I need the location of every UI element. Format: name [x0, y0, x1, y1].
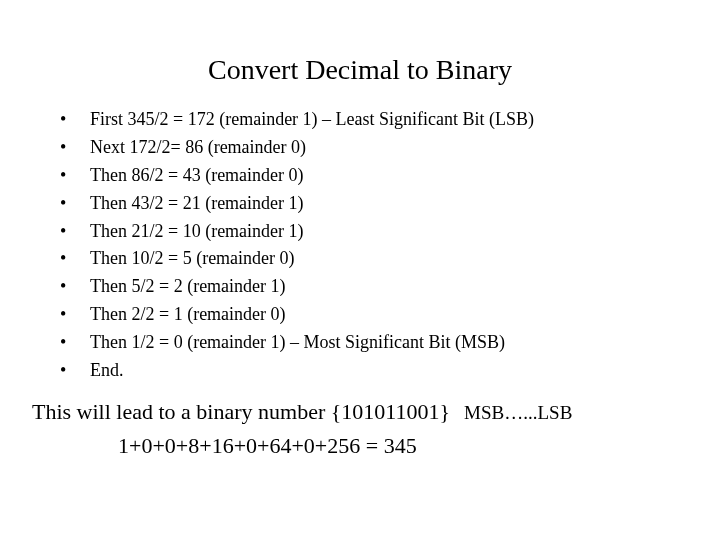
- bullet-text: Then 86/2 = 43 (remainder 0): [90, 162, 304, 190]
- bullet-icon: •: [60, 329, 90, 357]
- bullet-text: Next 172/2= 86 (remainder 0): [90, 134, 306, 162]
- slide-title: Convert Decimal to Binary: [0, 0, 720, 106]
- closing-main-text: This will lead to a binary number {10101…: [32, 395, 450, 429]
- list-item: •Then 21/2 = 10 (remainder 1): [60, 218, 720, 246]
- bullet-icon: •: [60, 106, 90, 134]
- bullet-text: Then 43/2 = 21 (remainder 1): [90, 190, 304, 218]
- list-item: •Then 1/2 = 0 (remainder 1) – Most Signi…: [60, 329, 720, 357]
- bullet-text: Then 10/2 = 5 (remainder 0): [90, 245, 295, 273]
- list-item: •Then 5/2 = 2 (remainder 1): [60, 273, 720, 301]
- list-item: •End.: [60, 357, 720, 385]
- closing-tail-text: MSB…...LSB: [450, 398, 572, 427]
- list-item: •Then 2/2 = 1 (remainder 0): [60, 301, 720, 329]
- bullet-text: First 345/2 = 172 (remainder 1) – Least …: [90, 106, 534, 134]
- bullet-icon: •: [60, 134, 90, 162]
- bullet-text: Then 1/2 = 0 (remainder 1) – Most Signif…: [90, 329, 505, 357]
- bullet-icon: •: [60, 162, 90, 190]
- bullet-icon: •: [60, 245, 90, 273]
- slide: Convert Decimal to Binary •First 345/2 =…: [0, 0, 720, 540]
- closing-block: This will lead to a binary number {10101…: [0, 385, 720, 463]
- list-item: •Then 43/2 = 21 (remainder 1): [60, 190, 720, 218]
- bullet-text: Then 21/2 = 10 (remainder 1): [90, 218, 304, 246]
- bullet-icon: •: [60, 357, 90, 385]
- bullet-icon: •: [60, 273, 90, 301]
- bullet-icon: •: [60, 190, 90, 218]
- list-item: •Then 86/2 = 43 (remainder 0): [60, 162, 720, 190]
- bullet-text: End.: [90, 357, 124, 385]
- list-item: •Next 172/2= 86 (remainder 0): [60, 134, 720, 162]
- bullet-icon: •: [60, 301, 90, 329]
- bullet-text: Then 2/2 = 1 (remainder 0): [90, 301, 286, 329]
- list-item: •First 345/2 = 172 (remainder 1) – Least…: [60, 106, 720, 134]
- list-item: •Then 10/2 = 5 (remainder 0): [60, 245, 720, 273]
- bullet-text: Then 5/2 = 2 (remainder 1): [90, 273, 286, 301]
- closing-line-1: This will lead to a binary number {10101…: [32, 395, 720, 429]
- bullet-icon: •: [60, 218, 90, 246]
- bullet-list: •First 345/2 = 172 (remainder 1) – Least…: [0, 106, 720, 385]
- closing-line-2: 1+0+0+8+16+0+64+0+256 = 345: [32, 429, 720, 463]
